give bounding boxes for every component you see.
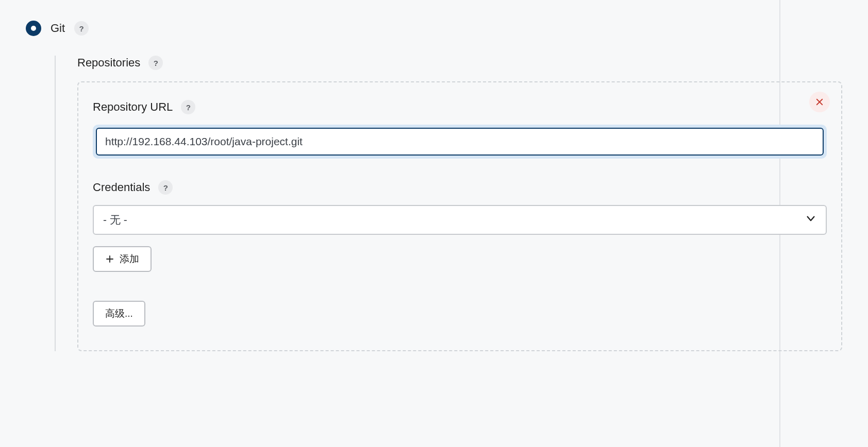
git-section-body: Repositories ? Repository URL ? Credenti… <box>55 56 842 351</box>
repo-url-label-row: Repository URL ? <box>93 100 827 114</box>
add-button-label: 添加 <box>120 252 139 266</box>
help-icon[interactable]: ? <box>74 21 89 36</box>
radio-dot-icon <box>31 26 36 31</box>
git-radio[interactable] <box>26 21 41 36</box>
repositories-header: Repositories ? <box>77 56 842 70</box>
credentials-label: Credentials <box>93 181 150 194</box>
advanced-button[interactable]: 高级... <box>93 301 145 326</box>
credentials-selected-value: - 无 - <box>103 213 127 227</box>
credentials-select-wrap: - 无 - <box>93 205 827 235</box>
repo-url-label: Repository URL <box>93 100 173 114</box>
advanced-button-label: 高级... <box>105 307 133 320</box>
repositories-label: Repositories <box>77 56 140 70</box>
repo-url-field-wrap <box>93 125 827 159</box>
scm-git-option: Git ? <box>26 21 842 36</box>
credentials-block: Credentials ? - 无 - <box>93 180 827 326</box>
git-label: Git <box>51 22 65 35</box>
close-icon <box>815 97 824 107</box>
help-icon[interactable]: ? <box>158 180 173 195</box>
repository-entry: Repository URL ? Credentials ? - 无 - <box>77 81 842 351</box>
add-credentials-row: 添加 <box>93 246 827 272</box>
advanced-row: 高级... <box>93 301 827 326</box>
plus-icon <box>105 254 114 264</box>
add-credentials-button[interactable]: 添加 <box>93 246 152 272</box>
repo-url-input[interactable] <box>96 128 824 156</box>
git-config-panel: Git ? Repositories ? Repository URL ? <box>0 0 868 447</box>
credentials-label-row: Credentials ? <box>93 180 827 195</box>
help-icon[interactable]: ? <box>148 56 163 70</box>
help-icon[interactable]: ? <box>181 100 195 114</box>
delete-repository-button[interactable] <box>809 92 830 112</box>
credentials-select[interactable]: - 无 - <box>93 205 827 235</box>
